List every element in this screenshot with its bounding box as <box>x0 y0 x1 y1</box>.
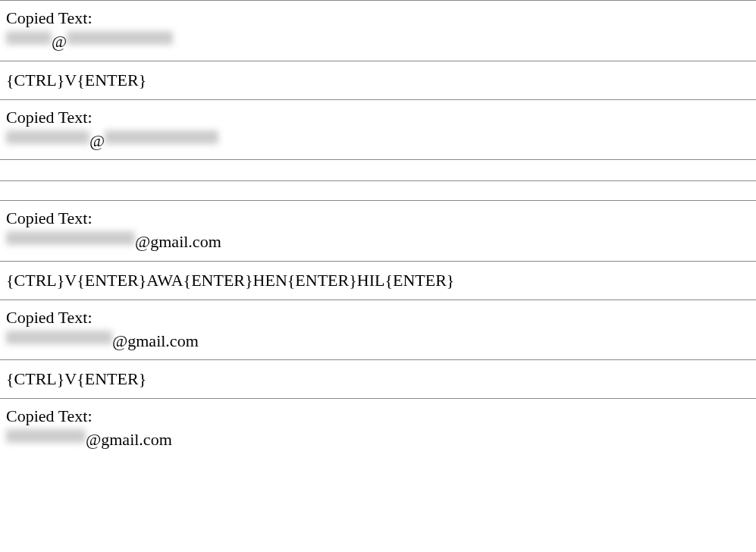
redacted-segment: x <box>105 130 218 144</box>
empty-row <box>0 180 756 200</box>
spacer-row <box>0 159 756 180</box>
visible-text-segment: @gmail.com <box>112 331 199 353</box>
copied-text-entry: Copied Text:x@gmail.com <box>0 398 756 459</box>
copied-text-entry: Copied Text:x@gmail.com <box>0 300 756 360</box>
keystroke-text: {CTRL}V{ENTER} <box>6 369 146 388</box>
copied-text-value: x@gmail.com <box>6 231 750 253</box>
copied-text-entry: Copied Text:x@x <box>0 0 756 61</box>
visible-text-segment: @ <box>89 130 105 152</box>
copied-text-value: x@x <box>6 130 750 152</box>
copied-text-entry: Copied Text:x@x <box>0 99 756 160</box>
redacted-segment: x <box>6 231 135 245</box>
keystroke-text: {CTRL}V{ENTER} <box>6 71 146 89</box>
log-entries-container: Copied Text:x@x{CTRL}V{ENTER}Copied Text… <box>0 0 756 459</box>
visible-text-segment: @gmail.com <box>135 231 221 253</box>
copied-text-value: x@gmail.com <box>6 331 750 353</box>
keystroke-entry: {CTRL}V{ENTER} <box>0 61 756 99</box>
redacted-segment: x <box>6 429 86 443</box>
copied-text-value: x@gmail.com <box>6 429 750 451</box>
copied-text-label: Copied Text: <box>6 209 750 228</box>
redacted-segment: x <box>6 31 52 45</box>
copied-text-label: Copied Text: <box>6 108 750 127</box>
redacted-segment: x <box>67 31 173 45</box>
redacted-segment: x <box>6 331 112 344</box>
copied-text-value: x@x <box>6 31 750 53</box>
keystroke-text: {CTRL}V{ENTER}AWA{ENTER}HEN{ENTER}HIL{EN… <box>6 271 454 290</box>
copied-text-label: Copied Text: <box>6 406 750 426</box>
visible-text-segment: @ <box>52 31 67 53</box>
visible-text-segment: @gmail.com <box>86 429 172 451</box>
copied-text-entry: Copied Text:x@gmail.com <box>0 200 756 261</box>
copied-text-label: Copied Text: <box>6 8 750 28</box>
redacted-segment: x <box>6 130 89 144</box>
keystroke-entry: {CTRL}V{ENTER} <box>0 359 756 398</box>
keystroke-entry: {CTRL}V{ENTER}AWA{ENTER}HEN{ENTER}HIL{EN… <box>0 261 756 300</box>
copied-text-label: Copied Text: <box>6 308 750 328</box>
